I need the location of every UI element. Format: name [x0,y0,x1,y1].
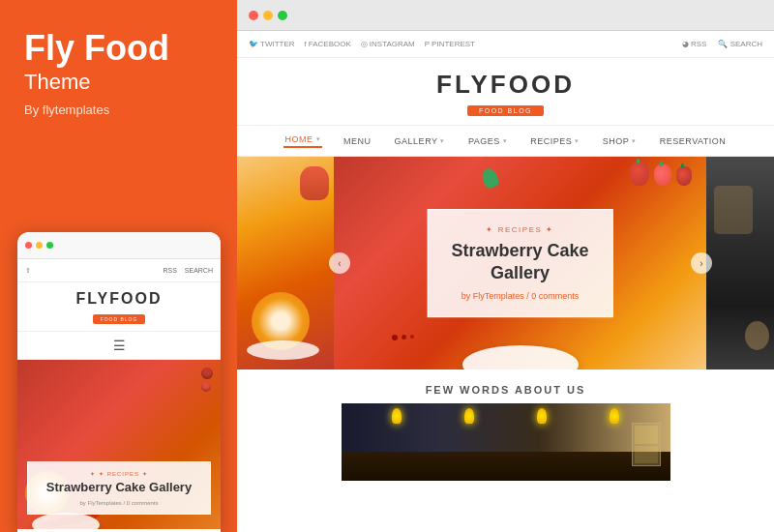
browser-maximize-button[interactable] [278,11,287,20]
brand-by: By flytemplates [24,103,213,117]
mobile-dot-yellow [36,242,43,249]
mobile-logo-area: FLYFOOD FOOD BLOG [17,282,221,332]
kitchen-decoration [714,186,753,234]
social-links: 🐦 TWITTER f FACEBOOK ◎ INSTAGRAM P PINTE… [249,40,475,48]
nav-shop-chevron: ▾ [632,137,637,145]
plate-left-decoration [247,340,319,360]
hero-left-image [237,157,334,369]
nav-home-label: HOME [285,134,313,144]
mobile-logo-badge: FOOD BLOG [93,314,146,324]
browser-minimize-button[interactable] [263,11,273,20]
nav-pages-chevron: ▾ [503,137,508,145]
nav-item-reservation[interactable]: RESERVATION [658,136,729,146]
site-navigation: HOME ▾ MENU GALLERY ▾ PAGES ▾ RECIPES ▾ … [237,126,774,157]
nav-pages-label: PAGES [468,136,500,146]
hero-right-image [706,157,774,369]
cup-decoration [745,321,769,350]
hero-title: Strawberry Cake Gallery [449,240,591,285]
left-panel: Fly Food Theme By flytemplates ⇧ RSS SEA… [0,0,237,532]
rss-icon: ◕ [682,40,689,48]
browser-close-button[interactable] [249,11,258,20]
brand-theme: Theme [24,70,213,95]
mobile-rss-label: RSS [163,267,176,274]
pinterest-link[interactable]: P PINTEREST [425,40,475,48]
hero-by: by FlyTemplates [461,291,524,301]
twitter-icon: 🐦 [249,40,258,48]
hero-recipes-label: ✦ RECIPES ✦ [449,225,591,234]
light-bulb [537,408,547,424]
browser-window: 🐦 TWITTER f FACEBOOK ◎ INSTAGRAM P PINTE… [237,0,774,532]
rss-link[interactable]: ◕ RSS [682,40,707,48]
hero-meta: by FlyTemplates / 0 comments [449,291,591,301]
twitter-link[interactable]: 🐦 TWITTER [249,40,295,48]
mobile-dot-red [25,242,32,249]
search-icon: 🔍 [718,40,728,48]
light-bulbs-row [342,408,670,424]
slider-next-button[interactable]: › [691,252,712,274]
light-bulb [392,408,402,424]
nav-item-shop[interactable]: SHOP ▾ [601,136,639,146]
mobile-hero: ✦ ✦ RECIPES ✦ Strawberry Cake Gallery by… [17,360,221,529]
about-title: FEW WORDS ABOUT US [237,384,774,396]
mobile-recipes-label: ✦ ✦ RECIPES ✦ [38,470,200,477]
window-decoration [632,423,661,466]
hero-text-overlay: ✦ RECIPES ✦ Strawberry Cake Gallery by F… [427,209,613,317]
hero-by-link[interactable]: by FlyTemplates [461,291,524,301]
website-content: 🐦 TWITTER f FACEBOOK ◎ INSTAGRAM P PINTE… [237,31,774,532]
nav-gallery-label: GALLERY [395,136,438,146]
topbar-right: ◕ RSS 🔍 SEARCH [682,40,762,48]
share-icon: ⇧ [25,267,31,275]
light-bulb [464,408,474,424]
slider-prev-button[interactable]: ‹ [329,252,350,274]
pinterest-icon: P [425,40,430,48]
browser-chrome [237,0,774,31]
mobile-toolbar: ⇧ RSS SEARCH [17,259,221,282]
facebook-icon: f [305,40,307,48]
mobile-toolbar-right: RSS SEARCH [163,267,213,274]
hero-center-image: ✦ RECIPES ✦ Strawberry Cake Gallery by F… [334,157,706,369]
mobile-logo-text: FLYFOOD [17,290,221,308]
nav-recipes-chevron: ▾ [575,137,580,145]
nav-item-pages[interactable]: PAGES ▾ [466,136,509,146]
about-section: FEW WORDS ABOUT US [237,369,774,490]
mobile-top-bar [17,232,221,259]
mobile-hamburger-menu[interactable]: ☰ [17,332,221,360]
nav-item-gallery[interactable]: GALLERY ▾ [393,136,447,146]
sauce-dots [392,335,414,340]
about-restaurant-image [342,403,670,481]
nav-item-menu[interactable]: MENU [342,136,373,146]
nav-gallery-chevron: ▾ [440,137,445,145]
nav-item-home[interactable]: HOME ▾ [283,134,323,148]
instagram-link[interactable]: ◎ INSTAGRAM [361,40,415,48]
mobile-window-dots [25,242,53,249]
raspberry-decoration [201,368,213,392]
table-silhouette [342,452,670,481]
hero-comments: 0 comments [531,291,579,301]
mobile-share-icon: ⇧ [25,267,31,275]
brand-title: Fly Food [24,29,213,68]
about-image-row [237,403,774,481]
site-topbar: 🐦 TWITTER f FACEBOOK ◎ INSTAGRAM P PINTE… [237,31,774,58]
mobile-search-label: SEARCH [185,267,213,274]
nav-shop-label: SHOP [603,136,630,146]
site-logo-badge: FOOD BLOG [467,105,544,116]
nav-reservation-label: RESERVATION [660,136,727,146]
mobile-hero-comments: 0 comments [127,500,159,506]
mobile-mockup: ⇧ RSS SEARCH FLYFOOD FOOD BLOG ☰ [17,232,221,532]
mobile-hero-meta: by FlyTemplates / 0 comments [38,500,200,506]
search-link[interactable]: 🔍 SEARCH [718,40,762,48]
nav-home-chevron: ▾ [316,135,321,143]
nav-item-recipes[interactable]: RECIPES ▾ [528,136,581,146]
nav-recipes-label: RECIPES [530,136,572,146]
instagram-icon: ◎ [361,40,368,48]
center-plate [462,345,579,369]
browser-window-controls [249,11,287,20]
strawberry-cluster [630,162,692,186]
mobile-dot-green [46,242,53,249]
mobile-hero-title: Strawberry Cake Gallery [38,480,200,496]
facebook-link[interactable]: f FACEBOOK [305,40,351,48]
site-logo-text[interactable]: FLYFOOD [237,70,774,100]
mobile-hero-overlay: ✦ ✦ RECIPES ✦ Strawberry Cake Gallery by… [27,461,211,515]
mobile-hero-by: by FlyTemplates [79,500,121,506]
strawberry-left [300,166,329,200]
